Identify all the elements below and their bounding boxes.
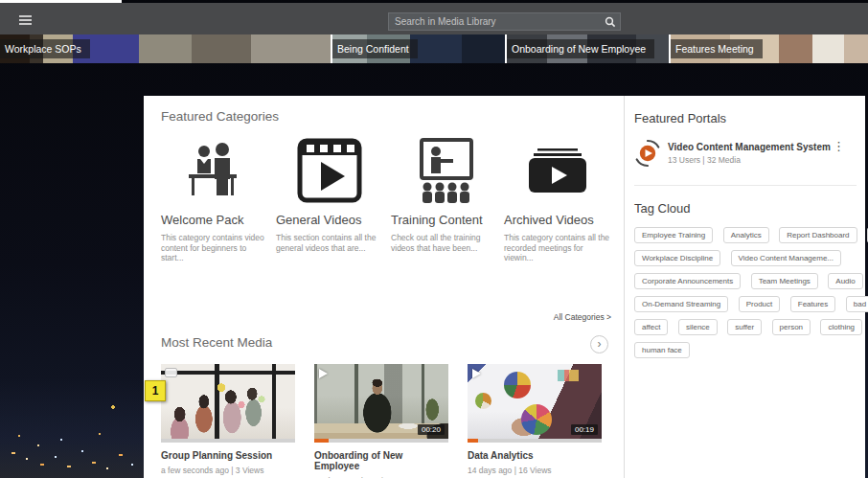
portal-name[interactable]: Video Content Management System bbox=[668, 142, 831, 152]
play-icon bbox=[319, 369, 328, 378]
pie-chart-decor bbox=[521, 404, 552, 435]
carousel-tile-title: Onboarding of New Employee bbox=[507, 39, 654, 58]
media-meta: a few seconds ago | 3 Views bbox=[161, 466, 295, 475]
all-categories-link[interactable]: All Categories > bbox=[527, 312, 611, 322]
media-title: Onboarding of New Employee bbox=[314, 450, 448, 471]
category-general-videos[interactable]: General Videos This section contains all… bbox=[276, 136, 383, 253]
tag[interactable]: affect bbox=[634, 319, 668, 335]
carousel-tile-title: Being Confident bbox=[332, 39, 418, 58]
tag[interactable]: On-Demand Streaming bbox=[634, 296, 728, 312]
tag[interactable]: Audio bbox=[828, 273, 862, 289]
media-card-data-analytics[interactable]: 00:19 Data Analytics 14 days ago | 16 Vi… bbox=[468, 364, 602, 475]
media-thumbnail[interactable]: 00:19 bbox=[468, 364, 602, 443]
category-desc: This section contains all the general vi… bbox=[276, 233, 383, 253]
hamburger-menu-icon[interactable] bbox=[19, 15, 33, 26]
image-icon bbox=[165, 368, 177, 377]
carousel-tile[interactable]: Features Meeting bbox=[671, 34, 868, 63]
tag[interactable]: Video Content Manageme... bbox=[731, 250, 841, 266]
media-thumbnail[interactable] bbox=[161, 364, 295, 443]
category-archived-videos[interactable]: Archived Videos This category contains a… bbox=[504, 136, 611, 263]
tag[interactable]: Product bbox=[739, 296, 781, 312]
play-icon bbox=[472, 369, 481, 378]
tag[interactable]: Features bbox=[790, 296, 836, 312]
panel-divider bbox=[624, 96, 625, 478]
carousel-tile-title: Features Meeting bbox=[671, 39, 763, 58]
topbar bbox=[0, 3, 868, 34]
tag[interactable]: Workplace Discipline bbox=[634, 250, 720, 266]
film-play-icon bbox=[276, 136, 383, 205]
category-desc: This category contains video content for… bbox=[161, 233, 268, 263]
category-desc: This category contains all the recorded … bbox=[504, 233, 611, 263]
tag[interactable]: Report Dashboard bbox=[779, 227, 857, 243]
presenter-audience-icon bbox=[391, 136, 498, 205]
section-divider bbox=[634, 185, 857, 186]
carousel-tile[interactable]: Onboarding of New Employee bbox=[507, 34, 669, 63]
media-title: Data Analytics bbox=[468, 450, 602, 461]
category-title: Training Content bbox=[391, 213, 498, 227]
night-city-background bbox=[0, 378, 144, 478]
category-title: Archived Videos bbox=[504, 213, 611, 227]
annotation-badge: 1 bbox=[145, 380, 166, 401]
scrubber-track bbox=[314, 439, 448, 443]
video-carousel: Workplace SOPs Being Confident Onboardin… bbox=[0, 34, 868, 63]
kebab-menu-icon[interactable]: ⋮ bbox=[833, 140, 845, 153]
duration-badge: 00:20 bbox=[418, 424, 445, 435]
progress-bar bbox=[314, 439, 329, 443]
pie-chart-decor bbox=[504, 372, 531, 398]
media-meta: 14 days ago | 16 Views bbox=[468, 466, 602, 475]
table-decor bbox=[558, 370, 579, 381]
portal-row[interactable]: Video Content Management System 13 Users… bbox=[633, 138, 856, 172]
progress-bar bbox=[468, 439, 478, 443]
carousel-tile-title: Workplace SOPs bbox=[0, 39, 90, 58]
carousel-tile[interactable]: Workplace SOPs bbox=[0, 34, 331, 63]
content-panel: Featured Categories Welcome Pack This ca… bbox=[144, 96, 865, 478]
search-box[interactable] bbox=[388, 12, 621, 31]
tag[interactable]: suffer bbox=[727, 319, 762, 335]
category-title: Welcome Pack bbox=[161, 213, 268, 227]
category-training-content[interactable]: Training Content Check out all the train… bbox=[391, 136, 498, 253]
stacked-videos-icon bbox=[504, 136, 611, 205]
most-recent-heading: Most Recent Media bbox=[161, 335, 272, 350]
pie-chart-decor bbox=[475, 393, 491, 409]
category-welcome-pack[interactable]: Welcome Pack This category contains vide… bbox=[161, 136, 268, 263]
search-icon[interactable] bbox=[601, 13, 620, 30]
chevron-right-icon[interactable]: › bbox=[590, 335, 608, 353]
tag[interactable]: Team Meetings bbox=[751, 273, 818, 289]
media-card-onboarding[interactable]: 00:20 Onboarding of New Employee 12 days… bbox=[314, 364, 448, 478]
scrubber-track bbox=[468, 439, 602, 443]
media-card-group-planning[interactable]: Group Planning Session a few seconds ago… bbox=[161, 364, 295, 475]
tag[interactable]: Employee Training bbox=[634, 227, 713, 243]
tag[interactable]: person bbox=[772, 319, 811, 335]
portal-stats: 13 Users | 32 Media bbox=[668, 155, 741, 165]
play-swirl-logo bbox=[633, 139, 662, 168]
tag[interactable]: human face bbox=[634, 342, 690, 358]
tag-cloud-heading: Tag Cloud bbox=[634, 201, 691, 216]
tag[interactable]: silence bbox=[678, 319, 718, 335]
tag[interactable]: Analytics bbox=[723, 227, 769, 243]
media-title: Group Planning Session bbox=[161, 450, 295, 461]
tag[interactable]: bad thing bbox=[846, 296, 868, 312]
media-thumbnail[interactable]: 00:20 bbox=[314, 364, 448, 443]
scrubber-track bbox=[161, 439, 295, 443]
category-title: General Videos bbox=[276, 213, 383, 227]
featured-portals-heading: Featured Portals bbox=[634, 111, 726, 125]
tag-cloud: Employee Training Analytics Report Dashb… bbox=[634, 224, 864, 362]
featured-categories-heading: Featured Categories bbox=[161, 109, 279, 124]
tag[interactable]: Corporate Announcements bbox=[634, 273, 741, 289]
carousel-tile[interactable]: Being Confident bbox=[332, 34, 505, 63]
category-desc: Check out all the training videos that h… bbox=[391, 233, 498, 253]
tag[interactable]: clothing bbox=[820, 319, 862, 335]
duration-badge: 00:19 bbox=[571, 424, 598, 435]
search-input[interactable] bbox=[389, 16, 601, 27]
meeting-desk-icon bbox=[161, 136, 268, 205]
